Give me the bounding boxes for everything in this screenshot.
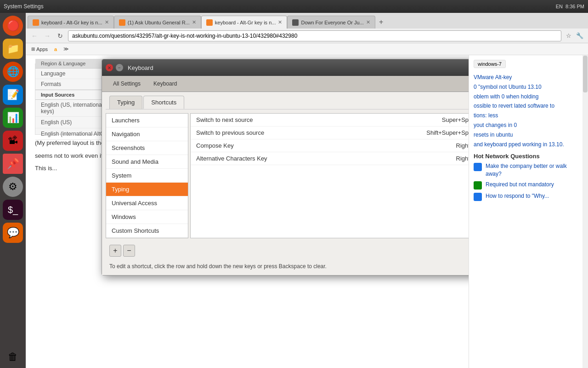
tab-3-favicon (206, 19, 213, 26)
dialog-body: Launchers Navigation Screenshots Sound a… (106, 109, 469, 242)
tab-2-label: (1) Ask Ubuntu General R... (128, 20, 190, 25)
tab-1-label: keyboard - Alt-Gr key is n... (41, 20, 102, 25)
related-link-2[interactable]: 0 "symbol not Ubuntu 13.10 (474, 83, 583, 91)
taskbar-title: System Settings (4, 3, 44, 10)
shortcut-category-list: Launchers Navigation Screenshots Sound a… (106, 113, 188, 238)
category-universal-access[interactable]: Universal Access (106, 196, 188, 210)
dialog-footer: + − (102, 242, 469, 259)
reload-button[interactable]: ↻ (55, 31, 65, 41)
trash-icon[interactable]: 🗑 (3, 347, 23, 367)
qa-link-2[interactable]: Required but not mandatory (486, 181, 554, 189)
bookmark-extra[interactable]: ≫ (62, 45, 71, 53)
settings-icon[interactable]: ⚙ (3, 177, 23, 197)
qa-icon-3 (474, 193, 482, 201)
dialog-hint: To edit a shortcut, click the row and ho… (102, 259, 469, 275)
category-system[interactable]: System (106, 169, 188, 183)
firefox-icon[interactable]: 🌐 (3, 62, 23, 82)
bookmark-amazon[interactable]: a (52, 46, 59, 53)
dialog-close-button[interactable]: ✕ (106, 64, 113, 71)
related-link-6[interactable]: yout changes in 0 (474, 121, 583, 129)
new-tab-button[interactable]: + (375, 16, 387, 29)
shortcut-key-3: Right Alt (409, 142, 469, 149)
remove-shortcut-button[interactable]: − (123, 245, 135, 257)
qa-item-2: Required but not mandatory (474, 181, 583, 190)
back-button[interactable]: ← (29, 31, 40, 41)
category-typing[interactable]: Typing (106, 183, 188, 196)
related-link-7[interactable]: resets in ubuntu (474, 131, 583, 139)
chat-icon[interactable]: 💬 (3, 223, 23, 243)
tab-3-close[interactable]: ✕ (278, 19, 282, 25)
all-settings-button[interactable]: All Settings (107, 79, 146, 89)
bookmark-star-icon[interactable]: ☆ (564, 31, 573, 40)
shortcut-name-2: Switch to previous source (196, 129, 409, 136)
taskbar-time: 8:36 PM (565, 4, 584, 9)
shortcut-key-1: Super+Space (409, 116, 469, 123)
taskbar-lang[interactable]: EN (556, 4, 563, 9)
impress-icon[interactable]: 📽 (3, 131, 23, 151)
tab-1[interactable]: keyboard - Alt-Gr key is n... ✕ (28, 16, 114, 29)
image-area-label: Region & Language (41, 61, 85, 66)
tabs-bar: keyboard - Alt-Gr key is n... ✕ (1) Ask … (26, 13, 588, 29)
shortcut-row-2[interactable]: Switch to previous source Shift+Super+Sp… (191, 126, 469, 139)
writer-icon[interactable]: 📝 (3, 85, 23, 105)
ubuntu-logo-icon[interactable]: 🔴 (3, 16, 23, 36)
category-sound-media[interactable]: Sound and Media (106, 155, 188, 169)
category-screenshots[interactable]: Screenshots (106, 141, 188, 155)
page-content: Region & Language Language English (Unit… (26, 55, 469, 368)
qa-icon-2 (474, 181, 482, 190)
add-shortcut-button[interactable]: + (109, 245, 121, 257)
dialog-minimize-button[interactable]: − (116, 64, 123, 71)
address-input[interactable] (68, 30, 561, 41)
tab-4-label: Down For Everyone Or Ju... (301, 20, 363, 25)
sidebar-tag[interactable]: windows-7 (474, 60, 506, 68)
related-link-1[interactable]: VMware Alt-key (474, 74, 583, 81)
dialog-title: Keyboard (128, 64, 153, 71)
qa-item-1: Make the company better or walk away? (474, 162, 583, 178)
tomboy-icon[interactable]: 📌 (3, 154, 23, 174)
category-windows[interactable]: Windows (106, 210, 188, 224)
related-link-8[interactable]: and keyboard pped working in 13.10. (474, 141, 583, 149)
tab-1-close[interactable]: ✕ (105, 19, 109, 25)
ubuntu-sidebar: 🔴 📁 🌐 📝 📊 📽 📌 ⚙ $ (0, 13, 26, 368)
shortcut-row-4[interactable]: Alternative Characters Key Right Alt (191, 152, 469, 165)
tab-shortcuts[interactable]: Shortcuts (143, 96, 184, 109)
scrollbar[interactable] (582, 55, 588, 368)
shortcut-name-1: Switch to next source (196, 116, 409, 123)
shortcut-table: Switch to next source Super+Space Switch… (190, 113, 469, 238)
extension-icon[interactable]: 🔧 (575, 31, 584, 40)
calc-icon[interactable]: 📊 (3, 108, 23, 128)
related-link-5[interactable]: tions: less (474, 112, 583, 120)
shortcut-row-1[interactable]: Switch to next source Super+Space (191, 114, 469, 126)
related-link-3[interactable]: oblem with 0 when holding (474, 93, 583, 101)
tab-typing[interactable]: Typing (109, 96, 142, 109)
address-bar: ← → ↻ ☆ 🔧 (26, 29, 588, 43)
tab-4-close[interactable]: ✕ (366, 19, 370, 25)
tab-2[interactable]: (1) Ask Ubuntu General R... ✕ (114, 16, 201, 29)
terminal-icon[interactable]: $_ (3, 200, 23, 220)
category-launchers[interactable]: Launchers (106, 114, 188, 127)
shortcut-key-2: Shift+Super+Space (409, 129, 469, 136)
dialog-tabs: Typing Shortcuts (102, 92, 469, 109)
keyboard-nav-button[interactable]: Keyboard (148, 79, 182, 89)
bookmark-apps-label: Apps (36, 46, 48, 52)
tab-3[interactable]: keyboard - Alt-Gr key is n... ✕ (201, 16, 288, 29)
bookmark-apps[interactable]: ⊞ Apps (29, 46, 50, 53)
tab-2-close[interactable]: ✕ (192, 19, 196, 25)
category-custom[interactable]: Custom Shortcuts (106, 224, 188, 238)
bookmarks-bar: ⊞ Apps a ≫ (26, 43, 588, 55)
qa-link-3[interactable]: How to respond to "Why... (486, 192, 549, 200)
dialog-titlebar: ✕ − Keyboard (102, 59, 469, 76)
qa-link-1[interactable]: Make the company better or walk away? (486, 162, 583, 178)
hot-network-questions-title: Hot Network Questions (474, 153, 583, 160)
taskbar: System Settings EN 8:36 PM (0, 0, 588, 13)
category-navigation[interactable]: Navigation (106, 127, 188, 141)
scrollbar-thumb (583, 56, 588, 92)
tab-1-favicon (33, 19, 39, 26)
forward-button[interactable]: → (42, 31, 52, 41)
related-link-4[interactable]: ossible to revert lated software to (474, 102, 583, 110)
qa-icon-1 (474, 163, 482, 171)
tab-4[interactable]: Down For Everyone Or Ju... ✕ (287, 16, 375, 29)
files-icon[interactable]: 📁 (3, 39, 23, 59)
shortcut-name-4: Alternative Characters Key (196, 155, 409, 162)
shortcut-row-3[interactable]: Compose Key Right Alt (191, 139, 469, 152)
